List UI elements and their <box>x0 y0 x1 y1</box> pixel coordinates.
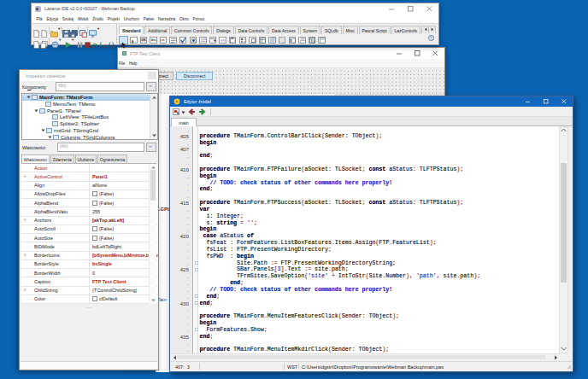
svg-text:{}: {} <box>108 41 115 49</box>
svg-text:DB: DB <box>312 40 315 44</box>
